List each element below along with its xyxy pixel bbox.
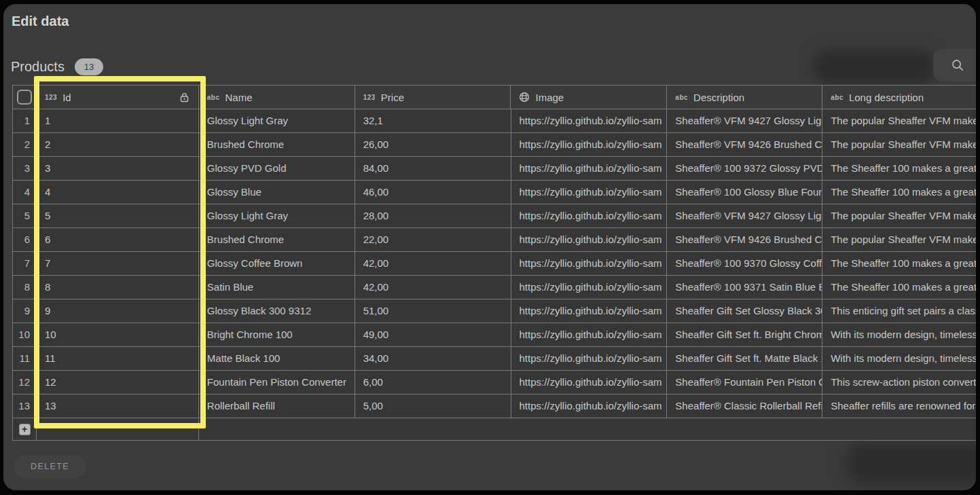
cell-price[interactable]: 6,00 [355,371,511,395]
cell-name[interactable]: Brushed Chrome [199,228,355,252]
cell-name[interactable]: Fountain Pen Piston Converter [199,371,355,395]
row-number[interactable]: 13 [13,395,37,418]
column-header-image[interactable]: Image [511,86,667,109]
cell-long-description[interactable]: The Sheaffer 100 makes a great gift [822,157,976,181]
cell-image[interactable]: https://zyllio.github.io/zyllio-sam [511,204,668,228]
cell-description[interactable]: Sheaffer® VFM 9427 Glossy Light Gray [667,204,822,228]
row-number[interactable]: 7 [13,252,37,276]
cell-image[interactable]: https://zyllio.github.io/zyllio-sam [511,395,668,418]
cell-name[interactable]: Glossy Light Gray [199,109,355,133]
cell-image[interactable]: https://zyllio.github.io/zyllio-sam [511,371,668,395]
row-number[interactable]: 1 [13,109,37,133]
row-number[interactable]: 5 [13,204,37,228]
cell-long-description[interactable]: The popular Sheaffer VFM makes [822,228,976,252]
cell-price[interactable]: 42,00 [355,276,511,299]
cell-image[interactable]: https://zyllio.github.io/zyllio-sam [511,109,668,133]
row-number[interactable]: 6 [13,228,37,252]
cell-price[interactable]: 42,00 [355,252,511,276]
add-row-button[interactable]: + [19,424,31,435]
cell-description[interactable]: Sheaffer® VFM 9426 Brushed Chrome [667,228,822,252]
search-button[interactable] [933,49,976,81]
cell-name[interactable]: Matte Black 100 [199,347,355,371]
cell-id[interactable]: 4 [37,181,199,204]
cell-image[interactable]: https://zyllio.github.io/zyllio-sam [511,157,668,181]
cell-id[interactable]: 6 [37,228,199,252]
cell-name[interactable]: Glossy Coffee Brown [199,252,355,276]
cell-id[interactable]: 12 [37,371,199,395]
cell-name[interactable]: Rollerball Refill [199,395,355,418]
row-number[interactable]: 8 [13,276,37,299]
row-number[interactable]: 10 [13,323,37,347]
cell-long-description[interactable]: This screw-action piston converter [822,371,976,395]
cell-image[interactable]: https://zyllio.github.io/zyllio-sam [511,181,668,204]
cell-description[interactable]: Sheaffer® 100 9370 Glossy Coffee Brown [667,252,822,276]
row-number[interactable]: 4 [13,181,37,204]
cell-description[interactable]: Sheaffer® VFM 9427 Glossy Light Gray [667,109,822,133]
cell-description[interactable]: Sheaffer Gift Set Glossy Black 300 9312 [667,299,822,323]
cell-description[interactable]: Sheaffer® VFM 9426 Brushed Chrome [667,133,822,157]
cell-price[interactable]: 46,00 [355,181,511,204]
cell-price[interactable]: 51,00 [355,299,511,323]
cell-long-description[interactable]: This enticing gift set pairs a classic [822,299,976,323]
cell-id[interactable]: 10 [37,323,199,347]
cell-price[interactable]: 5,00 [355,395,511,418]
cell-long-description[interactable]: The popular Sheaffer VFM makes [822,109,976,133]
cell-long-description[interactable]: The popular Sheaffer VFM makes [822,204,976,228]
cell-long-description[interactable]: The Sheaffer 100 makes a great gift [822,276,976,299]
cell-description[interactable]: Sheaffer® Classic Rollerball Refill [667,395,822,418]
cell-id[interactable]: 2 [37,133,199,157]
cell-image[interactable]: https://zyllio.github.io/zyllio-sam [511,276,668,299]
cell-description[interactable]: Sheaffer® Fountain Pen Piston Converter [667,371,822,395]
delete-button[interactable]: DELETE [14,455,86,478]
cell-image[interactable]: https://zyllio.github.io/zyllio-sam [511,323,668,347]
column-header-id[interactable]: 123 Id [37,86,199,109]
cell-name[interactable]: Bright Chrome 100 [199,323,355,347]
row-number[interactable]: 2 [13,133,37,157]
cell-long-description[interactable]: The Sheaffer 100 makes a great gift [822,181,976,204]
column-header-long-description[interactable]: abc Long description [822,86,976,109]
cell-description[interactable]: Sheaffer® 100 Glossy Blue Fountain Pen [667,181,822,204]
cell-id[interactable]: 7 [37,252,199,276]
cell-description[interactable]: Sheaffer Gift Set ft. Bright Chrome 100 [667,323,822,347]
cell-id[interactable]: 8 [37,276,199,299]
cell-id[interactable]: 3 [37,157,199,181]
cell-long-description[interactable]: With its modern design, timeless [822,347,976,371]
cell-price[interactable]: 49,00 [355,323,511,347]
cell-name[interactable]: Glossy Light Gray [199,204,355,228]
row-number[interactable]: 9 [13,299,37,323]
cell-id[interactable]: 9 [37,299,199,323]
cell-price[interactable]: 32,1 [355,109,511,133]
row-number[interactable]: 3 [13,157,37,181]
row-number[interactable]: 12 [13,371,37,395]
cell-price[interactable]: 34,00 [355,347,511,371]
cell-image[interactable]: https://zyllio.github.io/zyllio-sam [511,347,668,371]
cell-id[interactable]: 11 [37,347,199,371]
cell-id[interactable]: 13 [37,395,199,418]
cell-long-description[interactable]: The popular Sheaffer VFM makes [822,133,976,157]
cell-long-description[interactable]: With its modern design, timeless [822,323,976,347]
column-header-description[interactable]: abc Description [667,86,822,109]
cell-description[interactable]: Sheaffer® 100 9371 Satin Blue Ballpoint [667,276,822,299]
cell-price[interactable]: 22,00 [355,228,511,252]
column-header-name[interactable]: abc Name [199,86,355,109]
cell-name[interactable]: Glossy Blue [199,181,355,204]
cell-image[interactable]: https://zyllio.github.io/zyllio-sam [511,252,668,276]
column-header-price[interactable]: 123 Price [355,86,511,109]
cell-description[interactable]: Sheaffer Gift Set ft. Matte Black 100 [667,347,822,371]
cell-id[interactable]: 5 [37,204,199,228]
cell-long-description[interactable]: The Sheaffer 100 makes a great gift [822,252,976,276]
cell-description[interactable]: Sheaffer® 100 9372 Glossy PVD Gold [667,157,822,181]
cell-name[interactable]: Satin Blue [199,276,355,299]
select-all-cell[interactable] [13,86,37,109]
cell-price[interactable]: 28,00 [355,204,511,228]
cell-price[interactable]: 26,00 [355,133,511,157]
cell-name[interactable]: Glossy Black 300 9312 [199,299,355,323]
cell-image[interactable]: https://zyllio.github.io/zyllio-sam [511,299,668,323]
cell-image[interactable]: https://zyllio.github.io/zyllio-sam [511,133,668,157]
cell-id[interactable]: 1 [37,109,199,133]
cell-name[interactable]: Glossy PVD Gold [199,157,355,181]
cell-price[interactable]: 84,00 [355,157,511,181]
row-number[interactable]: 11 [13,347,37,371]
select-all-checkbox[interactable] [17,90,32,105]
cell-image[interactable]: https://zyllio.github.io/zyllio-sam [511,228,668,252]
